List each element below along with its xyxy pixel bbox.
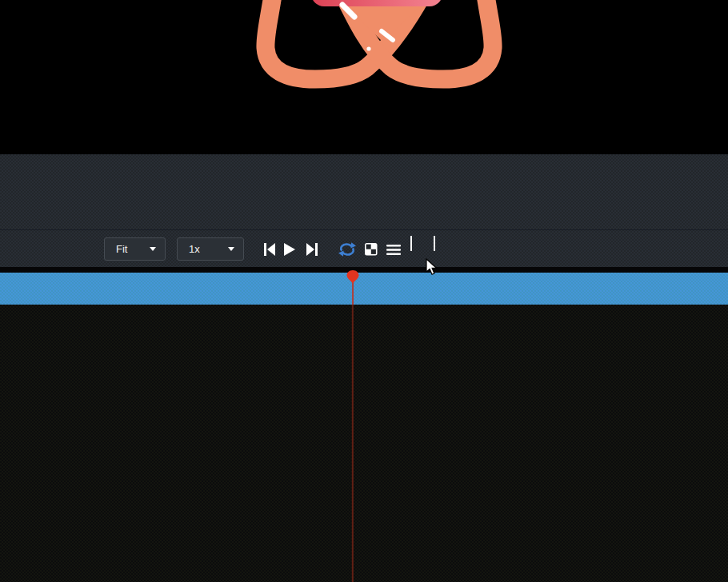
loop-icon — [338, 242, 356, 257]
speed-select-value: 1x — [189, 238, 200, 260]
skip-to-end-button[interactable] — [306, 243, 318, 256]
player-window: Fit 1x — [0, 0, 728, 582]
zoom-select-value: Fit — [116, 238, 127, 260]
speed-select[interactable]: 1x — [177, 237, 244, 261]
background-toggle-button[interactable] — [365, 243, 378, 256]
right-bracket-icon — [434, 236, 435, 251]
timeline-area — [0, 305, 728, 582]
chevron-down-icon — [150, 247, 156, 251]
play-icon — [284, 243, 295, 256]
loop-button[interactable] — [338, 242, 356, 257]
pretzel-logo — [0, 0, 728, 154]
menu-button[interactable] — [386, 245, 401, 255]
left-bracket-icon — [410, 236, 412, 251]
play-button[interactable] — [284, 243, 295, 256]
skip-to-start-icon — [264, 243, 275, 256]
playhead-pin-icon — [346, 270, 360, 305]
logo-highlight — [366, 46, 370, 50]
playhead-line — [352, 305, 354, 582]
zoom-select[interactable]: Fit — [104, 237, 166, 261]
playhead[interactable] — [346, 270, 360, 305]
controls-panel: Fit 1x — [0, 154, 728, 267]
skip-to-end-icon — [306, 243, 318, 256]
seekbar-gap — [0, 267, 728, 273]
chevron-down-icon — [228, 247, 234, 251]
menu-icon — [386, 245, 401, 255]
player-toolbar: Fit 1x — [0, 230, 728, 267]
skip-to-start-button[interactable] — [264, 243, 275, 256]
seekbar[interactable] — [0, 273, 728, 305]
checkerboard-icon — [365, 243, 378, 256]
animation-viewport — [0, 0, 728, 154]
